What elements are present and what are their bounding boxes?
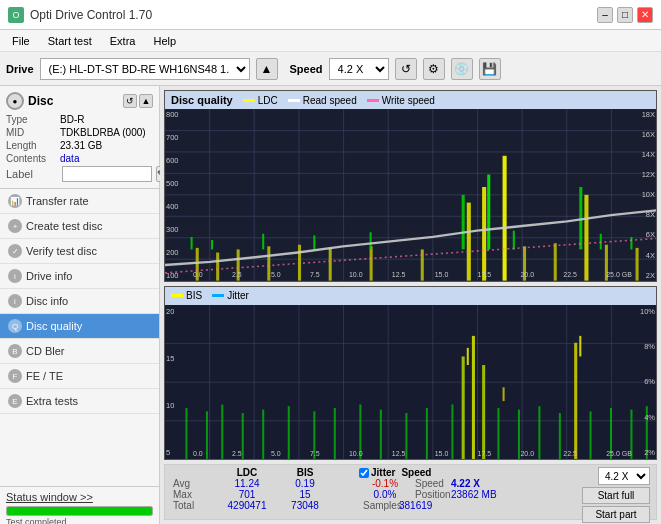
disc-mid-row: MID TDKBLDRBA (000) [6, 127, 153, 138]
stats-position-value: 23862 MB [451, 489, 497, 500]
jitter-chart: BIS Jitter [164, 286, 657, 460]
sidebar-item-verify-test-disc[interactable]: ✓ Verify test disc [0, 239, 159, 264]
bottom-speed-select[interactable]: 4.2 X [598, 467, 650, 485]
disc-label-label: Label [6, 168, 58, 180]
chart2-legend-jitter: Jitter [212, 290, 249, 301]
sidebar-item-extra-tests[interactable]: E Extra tests [0, 389, 159, 414]
disc-eject-button[interactable]: ▲ [139, 94, 153, 108]
stats-max-row: Max 701 15 0.0% Position 23862 MB [169, 489, 582, 500]
sidebar-item-disc-info[interactable]: i Disc info [0, 289, 159, 314]
drive-select[interactable]: (E:) HL-DT-ST BD-RE WH16NS48 1.D3 [40, 58, 250, 80]
start-part-button[interactable]: Start part [582, 506, 650, 523]
write-speed-legend-label: Write speed [382, 95, 435, 106]
disc-mid-value: TDKBLDRBA (000) [60, 127, 146, 138]
disc-contents-value: data [60, 153, 79, 164]
app-icon: O [8, 7, 24, 23]
menubar: File Start test Extra Help [0, 30, 661, 52]
svg-rect-39 [370, 232, 372, 249]
chart1-legend-write: Write speed [367, 95, 435, 106]
stats-table: LDC BIS Jitter Speed Avg 11.24 0.19 [169, 467, 582, 511]
jitter-checkbox[interactable] [359, 468, 369, 478]
disc-refresh-button[interactable]: ↺ [123, 94, 137, 108]
save-button[interactable]: 💾 [479, 58, 501, 80]
progress-bar-fill [7, 507, 152, 515]
chart1-body: 800700600500400300200100 18X16X14X12X10X… [165, 109, 656, 281]
stats-avg-row: Avg 11.24 0.19 -0.1% Speed 4.22 X [169, 478, 582, 489]
stats-speed-value: 4.22 X [451, 478, 480, 489]
svg-rect-75 [482, 365, 485, 459]
menu-start-test[interactable]: Start test [40, 33, 100, 49]
eject-button[interactable]: ▲ [256, 58, 278, 80]
status-text: Test completed [6, 517, 153, 524]
sidebar-item-create-test-disc[interactable]: + Create test disc [0, 214, 159, 239]
minimize-button[interactable]: – [597, 7, 613, 23]
stats-samples-label: Samples [363, 500, 399, 511]
sidebar-item-transfer-rate[interactable]: 📊 Transfer rate [0, 189, 159, 214]
sidebar-item-disc-quality[interactable]: Q Disc quality [0, 314, 159, 339]
stats-max-ldc: 701 [215, 489, 279, 500]
drive-info-icon: i [8, 269, 22, 283]
stats-header-blank [331, 467, 359, 478]
drive-label: Drive [6, 63, 34, 75]
chart1-legend-ldc: LDC [243, 95, 278, 106]
disc-button[interactable]: 💿 [451, 58, 473, 80]
chart1-x-axis: 0.02.55.07.510.012.515.017.520.022.525.0… [193, 269, 632, 281]
chart2-svg [165, 305, 656, 459]
speed-select[interactable]: 4.2 X [329, 58, 389, 80]
start-full-button[interactable]: Start full [582, 487, 650, 504]
read-speed-legend-color [288, 99, 300, 102]
stats-total-label: Total [173, 500, 215, 511]
sidebar-item-disc-info-label: Disc info [26, 295, 68, 307]
disc-mid-label: MID [6, 127, 58, 138]
stats-controls: 4.2 X Start full Start part [582, 467, 652, 523]
maximize-button[interactable]: □ [617, 7, 633, 23]
content-area: Disc quality LDC Read speed Write speed [160, 86, 661, 524]
disc-label-row: Label ✎ [6, 166, 153, 182]
chart2-x-axis: 0.02.55.07.510.012.515.017.520.022.525.0… [193, 447, 632, 459]
sidebar-item-drive-info-label: Drive info [26, 270, 72, 282]
close-button[interactable]: ✕ [637, 7, 653, 23]
disc-section-title: Disc [28, 94, 53, 108]
sidebar-item-drive-info[interactable]: i Drive info [0, 264, 159, 289]
write-speed-legend-color [367, 99, 379, 102]
nav-items: 📊 Transfer rate + Create test disc ✓ Ver… [0, 189, 159, 414]
transfer-rate-icon: 📊 [8, 194, 22, 208]
svg-rect-73 [462, 356, 465, 459]
extra-tests-icon: E [8, 394, 22, 408]
disc-length-value: 23.31 GB [60, 140, 102, 151]
disc-contents-label: Contents [6, 153, 58, 164]
disc-icon: ● [6, 92, 24, 110]
sidebar-item-cd-bler[interactable]: B CD Bler [0, 339, 159, 364]
disc-panel: ● Disc ↺ ▲ Type BD-R MID TDKBLDRBA (000)… [0, 86, 159, 189]
stats-position-label: Position [415, 489, 451, 500]
titlebar: O Opti Drive Control 1.70 – □ ✕ [0, 0, 661, 30]
stats-max-jitter: 0.0% [359, 489, 411, 500]
chart2-body: 2015105 10%8%6%4%2% 0.02.55.07.510.012.5… [165, 305, 656, 459]
svg-rect-28 [482, 187, 486, 281]
sidebar-item-fe-te[interactable]: F FE / TE [0, 364, 159, 389]
speed-label: Speed [290, 63, 323, 75]
jitter-checkbox-row: Jitter [359, 467, 395, 478]
svg-rect-37 [262, 234, 264, 250]
chart1-legend-read: Read speed [288, 95, 357, 106]
stats-avg-label: Avg [173, 478, 215, 489]
window-controls[interactable]: – □ ✕ [597, 7, 653, 23]
titlebar-left: O Opti Drive Control 1.70 [8, 7, 152, 23]
settings-button[interactable]: ⚙ [423, 58, 445, 80]
svg-rect-40 [462, 195, 465, 250]
svg-rect-85 [467, 348, 469, 365]
stats-max-label: Max [173, 489, 215, 500]
ldc-legend-color [243, 99, 255, 102]
disc-label-input[interactable] [62, 166, 152, 182]
menu-extra[interactable]: Extra [102, 33, 144, 49]
stats-samples-value: 381619 [399, 500, 432, 511]
svg-rect-86 [579, 336, 581, 357]
bis-legend-label: BIS [186, 290, 202, 301]
status-window-button[interactable]: Status window >> [6, 491, 153, 503]
disc-quality-icon: Q [8, 319, 22, 333]
menu-file[interactable]: File [4, 33, 38, 49]
refresh-button[interactable]: ↺ [395, 58, 417, 80]
menu-help[interactable]: Help [145, 33, 184, 49]
disc-quality-chart: Disc quality LDC Read speed Write speed [164, 90, 657, 282]
chart1-y-axis-left: 800700600500400300200100 [165, 109, 193, 281]
